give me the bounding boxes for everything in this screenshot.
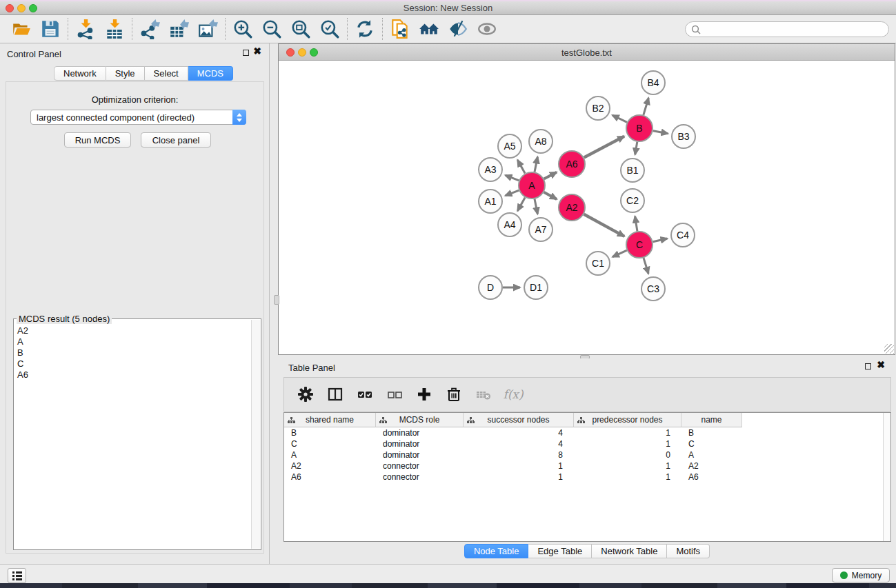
graph-node-C4[interactable]: C4 [671, 223, 695, 247]
table-cell[interactable]: C [681, 439, 742, 449]
column-header[interactable]: MCDS role [376, 413, 464, 427]
table-cell[interactable]: 8 [464, 450, 574, 460]
show-column-icon[interactable] [323, 383, 347, 406]
graph-node-A3[interactable]: A3 [479, 158, 502, 181]
mcds-result-item[interactable]: B [14, 347, 250, 358]
table-cell[interactable]: 4 [464, 428, 574, 438]
graph-node-C[interactable]: C [626, 232, 653, 258]
graph-node-A5[interactable]: A5 [498, 134, 521, 158]
save-session-icon[interactable] [39, 17, 62, 41]
column-header[interactable]: predecessor nodes [574, 413, 681, 427]
vertical-split-handle[interactable] [274, 295, 279, 305]
float-table-panel-icon[interactable] [865, 363, 871, 369]
tab-network[interactable]: Network [54, 66, 106, 81]
column-header[interactable]: shared name [284, 413, 376, 427]
table-cell[interactable]: 1 [574, 461, 681, 471]
delete-table-icon[interactable] [472, 383, 495, 406]
settings-gear-icon[interactable] [294, 383, 317, 406]
mcds-result-item[interactable]: A [14, 336, 250, 347]
mcds-result-item[interactable]: C [14, 358, 250, 369]
table-cell[interactable]: A2 [284, 461, 376, 471]
table-cell[interactable]: 1 [464, 472, 574, 482]
clone-network-icon[interactable] [388, 17, 412, 41]
show-graphics-icon[interactable] [475, 17, 499, 41]
table-row[interactable]: A6connector11A6 [284, 472, 890, 483]
home-networks-icon[interactable] [417, 17, 441, 41]
graph-node-A4[interactable]: A4 [498, 213, 521, 236]
search-input[interactable] [704, 24, 877, 34]
graph-node-A8[interactable]: A8 [529, 130, 552, 153]
graph-node-B[interactable]: B [626, 115, 653, 141]
table-cell[interactable]: dominator [376, 439, 464, 449]
table-cell[interactable]: A [284, 450, 376, 460]
table-row[interactable]: Cdominator41C [284, 438, 890, 449]
resize-grip-icon[interactable] [884, 344, 894, 354]
table-cell[interactable]: 1 [574, 428, 681, 438]
table-cell[interactable]: 1 [464, 461, 574, 471]
mcds-result-item[interactable]: A6 [14, 369, 250, 381]
result-scrollbar[interactable] [251, 320, 260, 549]
table-cell[interactable]: B [284, 428, 376, 438]
import-table-icon[interactable] [103, 17, 126, 41]
network-canvas[interactable]: AA1A2A3A4A5A6A7A8BB1B2B3B4CC1C2C3C4DD1 [279, 61, 895, 354]
table-cell[interactable]: 1 [574, 472, 681, 482]
render-details-icon[interactable] [446, 17, 470, 41]
graph-node-C1[interactable]: C1 [586, 252, 610, 275]
graph-node-B2[interactable]: B2 [586, 97, 610, 120]
search-field[interactable] [685, 21, 889, 37]
zoom-out-icon[interactable] [260, 17, 283, 41]
table-cell[interactable]: B [681, 428, 742, 438]
import-network-icon[interactable] [74, 17, 97, 41]
delete-column-icon[interactable] [442, 383, 466, 406]
function-builder-icon[interactable]: f(x) [501, 383, 525, 406]
tab-style[interactable]: Style [106, 66, 145, 81]
table-row[interactable]: Bdominator41B [284, 427, 890, 438]
graph-node-C2[interactable]: C2 [621, 189, 644, 212]
table-cell[interactable]: A6 [284, 472, 376, 482]
table-cell[interactable]: A6 [681, 472, 742, 482]
zoom-fit-icon[interactable] [289, 17, 312, 41]
zoom-in-icon[interactable] [231, 17, 255, 41]
run-mcds-button[interactable]: Run MCDS [64, 132, 131, 148]
tab-mcds[interactable]: MCDS [188, 66, 233, 81]
select-all-icon[interactable] [353, 383, 377, 406]
graph-node-A7[interactable]: A7 [529, 218, 552, 241]
table-cell[interactable]: A2 [681, 461, 742, 471]
mcds-result-item[interactable]: A2 [14, 325, 250, 336]
add-column-icon[interactable] [412, 383, 436, 406]
graph-node-A6[interactable]: A6 [559, 151, 585, 177]
graph-node-D1[interactable]: D1 [524, 276, 548, 299]
table-cell[interactable]: connector [376, 472, 464, 482]
close-panel-icon[interactable]: ✖ [253, 46, 261, 56]
open-session-icon[interactable] [10, 17, 33, 41]
network-window-titlebar[interactable]: testGlobe.txt [279, 44, 895, 61]
tab-select[interactable]: Select [145, 66, 188, 81]
graph-node-B3[interactable]: B3 [672, 125, 695, 148]
graph-node-A2[interactable]: A2 [559, 194, 585, 221]
table-scrollbar[interactable] [883, 413, 890, 541]
table-cell[interactable]: dominator [376, 450, 464, 460]
tab-motifs[interactable]: Motifs [667, 544, 710, 558]
refresh-icon[interactable] [353, 17, 377, 41]
deselect-all-icon[interactable] [383, 383, 406, 406]
tab-edge-table[interactable]: Edge Table [528, 544, 592, 558]
zoom-selected-icon[interactable] [318, 17, 341, 41]
close-panel-button[interactable]: Close panel [141, 132, 211, 148]
tab-node-table[interactable]: Node Table [464, 544, 529, 558]
table-cell[interactable]: 1 [574, 439, 681, 449]
table-cell[interactable]: 0 [574, 450, 681, 460]
table-cell[interactable]: C [284, 439, 376, 449]
table-cell[interactable]: A [681, 450, 742, 460]
criterion-dropdown[interactable]: largest connected component (directed) [30, 110, 246, 125]
memory-button[interactable]: Memory [832, 568, 890, 582]
table-cell[interactable]: dominator [376, 428, 464, 438]
column-header[interactable]: successor nodes [464, 413, 574, 427]
tab-network-table[interactable]: Network Table [592, 544, 667, 558]
float-panel-icon[interactable] [243, 50, 249, 56]
export-table-icon[interactable] [167, 17, 190, 41]
export-image-icon[interactable] [196, 17, 219, 41]
close-table-panel-icon[interactable]: ✖ [877, 360, 885, 369]
column-header[interactable]: name [681, 413, 742, 427]
export-network-icon[interactable] [138, 17, 161, 41]
table-row[interactable]: Adominator80A [284, 449, 890, 460]
